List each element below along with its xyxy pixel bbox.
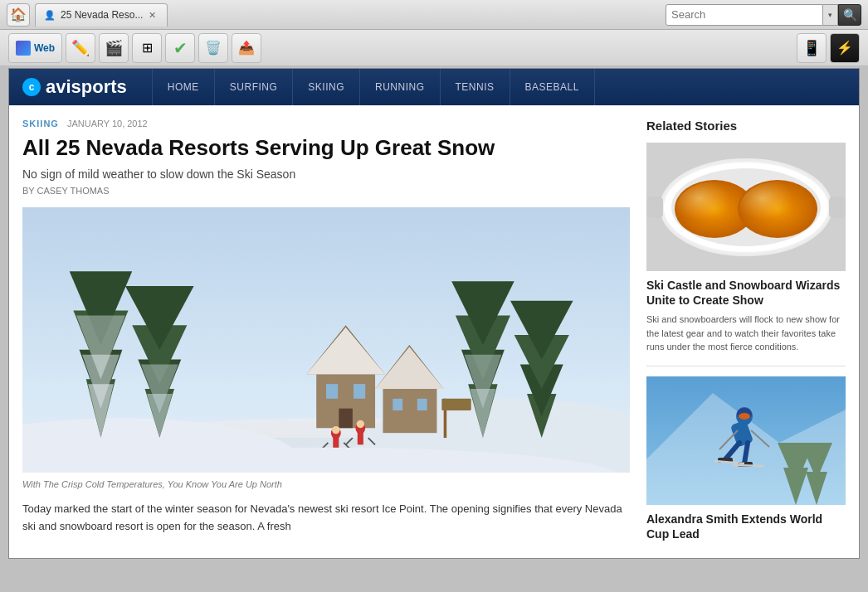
article-meta: SKIING JANUARY 10, 2012	[22, 119, 630, 129]
svg-rect-28	[417, 399, 427, 410]
home-button[interactable]: 🏠	[7, 3, 30, 27]
related-story-2-image	[646, 376, 846, 505]
svg-line-74	[744, 443, 748, 463]
share-button[interactable]: 📤	[232, 33, 261, 63]
content-area: c avisports HOME SURFING SKIING RUNNING …	[8, 68, 860, 559]
nav-item-skiing[interactable]: SKIING	[293, 69, 360, 105]
home-icon: 🏠	[10, 7, 27, 22]
nav-item-home[interactable]: HOME	[152, 69, 215, 105]
site-navigation: c avisports HOME SURFING SKIING RUNNING …	[9, 69, 859, 105]
toolbar-right: 📱 ⚡	[797, 33, 860, 63]
nav-item-surfing[interactable]: SURFING	[215, 69, 294, 105]
svg-rect-40	[333, 436, 339, 450]
nav-item-baseball[interactable]: BASEBALL	[510, 69, 595, 105]
svg-point-41	[332, 426, 339, 434]
title-bar: 🏠 👤 25 Nevada Reso... ✕ ▾ 🔍	[0, 0, 868, 30]
nav-item-running[interactable]: RUNNING	[360, 69, 441, 105]
mobile-view-button[interactable]: 📱	[797, 33, 827, 63]
article-body: Today marked the start of the winter sea…	[22, 501, 630, 536]
related-story-1-image	[646, 143, 846, 271]
search-dropdown-button[interactable]: ▾	[823, 4, 838, 26]
search-input[interactable]	[666, 8, 822, 21]
article-caption: With The Crisp Cold Temperatures, You Kn…	[22, 479, 630, 489]
related-story-2: Alexandra Smith Extends World Cup Lead	[646, 376, 846, 541]
svg-rect-25	[383, 389, 436, 433]
related-story-1-text: Ski and snowboarders will flock to new s…	[646, 313, 846, 354]
share-icon: 📤	[238, 40, 255, 56]
related-story-1: Ski Castle and Snowboard Wizards Unite t…	[646, 143, 846, 354]
related-title: Related Stories	[646, 119, 846, 133]
search-container: ▾ 🔍	[666, 4, 861, 26]
svg-rect-45	[358, 431, 363, 445]
article-layout: SKIING JANUARY 10, 2012 All 25 Nevada Re…	[9, 105, 859, 558]
mobile-icon: 📱	[802, 39, 821, 57]
tab-title: 25 Nevada Reso...	[61, 9, 143, 21]
search-icon: 🔍	[843, 8, 857, 22]
check-button[interactable]: ✔	[165, 33, 195, 63]
article-category: SKIING	[22, 119, 59, 129]
svg-point-59	[739, 182, 816, 236]
trash-button[interactable]: 🗑️	[198, 33, 228, 63]
svg-rect-23	[339, 409, 353, 429]
media-icon: 🎬	[105, 39, 123, 57]
svg-line-78	[733, 465, 764, 466]
svg-rect-27	[393, 399, 402, 410]
nav-item-tennis[interactable]: TENNIS	[441, 69, 510, 105]
split-icon: ⊞	[142, 40, 153, 56]
svg-rect-50	[441, 399, 471, 410]
svg-rect-62	[829, 197, 846, 218]
split-button[interactable]: ⊞	[132, 33, 162, 63]
web-label: Web	[34, 42, 55, 54]
site-logo[interactable]: c avisports	[22, 76, 127, 98]
lightning-icon: ⚡	[836, 40, 853, 56]
nav-items: HOME SURFING SKIING RUNNING TENNIS BASEB…	[152, 69, 595, 105]
search-input-wrap	[666, 4, 823, 26]
svg-point-46	[357, 420, 364, 428]
web-indicator	[16, 41, 31, 56]
search-go-button[interactable]: 🔍	[838, 4, 861, 26]
check-icon: ✔	[173, 38, 188, 58]
svg-rect-22	[354, 384, 365, 399]
toolbar: Web ✏️ 🎬 ⊞ ✔ 🗑️ 📤 📱 ⚡	[0, 30, 868, 66]
svg-rect-61	[646, 197, 663, 218]
related-story-1-title[interactable]: Ski Castle and Snowboard Wizards Unite t…	[646, 278, 846, 308]
article-main: SKIING JANUARY 10, 2012 All 25 Nevada Re…	[22, 119, 630, 553]
article-title: All 25 Nevada Resorts Serving Up Great S…	[22, 135, 630, 161]
logo-icon: c	[22, 78, 41, 96]
article-image	[22, 207, 630, 473]
article-date: JANUARY 10, 2012	[67, 119, 148, 129]
highlight-button[interactable]: ✏️	[66, 33, 95, 63]
lightning-button[interactable]: ⚡	[830, 33, 860, 63]
browser-chrome: 🏠 👤 25 Nevada Reso... ✕ ▾ 🔍 Web ✏️	[0, 0, 868, 66]
article-subtitle: No sign of mild weather to slow down the…	[22, 167, 630, 181]
article-sidebar: Related Stories	[646, 119, 846, 553]
article-byline: BY CASEY THOMAS	[22, 186, 630, 196]
website: c avisports HOME SURFING SKIING RUNNING …	[9, 69, 859, 558]
media-button[interactable]: 🎬	[99, 33, 129, 63]
web-button[interactable]: Web	[8, 33, 62, 63]
related-story-2-title[interactable]: Alexandra Smith Extends World Cup Lead	[646, 512, 846, 541]
logo-text: avisports	[46, 76, 127, 98]
related-divider	[646, 366, 846, 366]
highlight-icon: ✏️	[71, 39, 90, 57]
tab-close-button[interactable]: ✕	[145, 8, 158, 22]
svg-point-72	[739, 413, 750, 420]
tab-favicon: 👤	[44, 10, 56, 21]
tab-bar: 👤 25 Nevada Reso... ✕	[35, 3, 666, 27]
trash-icon: 🗑️	[205, 40, 222, 56]
svg-rect-21	[326, 384, 338, 399]
active-tab[interactable]: 👤 25 Nevada Reso... ✕	[35, 3, 168, 27]
